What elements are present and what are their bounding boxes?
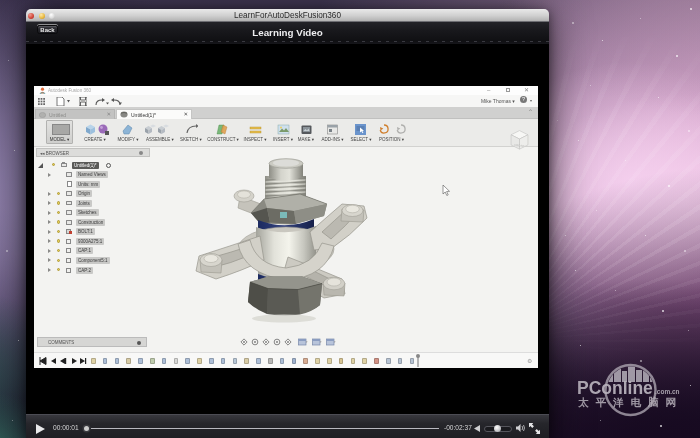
svg-text:太平洋电脑网: 太平洋电脑网 [577,396,683,408]
svg-text:.com.cn: .com.cn [655,388,680,395]
svg-text:PConline: PConline [577,378,653,398]
